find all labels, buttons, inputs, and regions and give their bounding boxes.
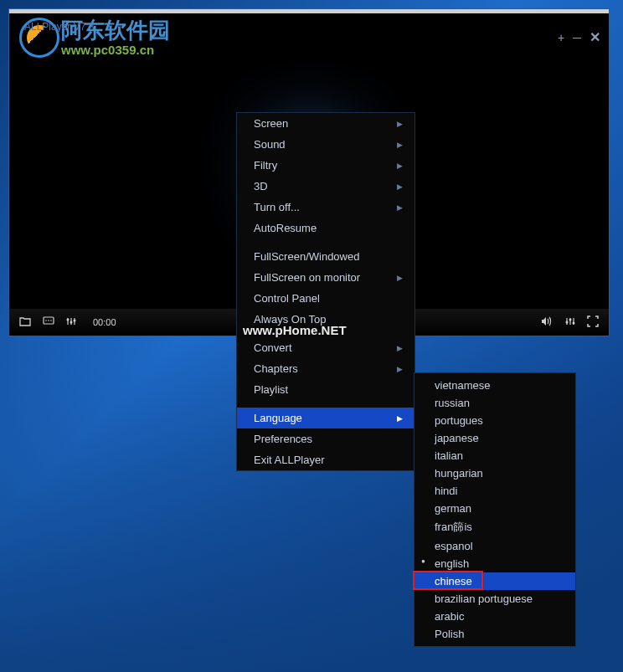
svg-point-9 [573, 321, 575, 324]
menu-item-convert[interactable]: Convert▶ [237, 337, 414, 358]
watermark-site-url: www.pc0359.cn [61, 43, 154, 57]
language-item-portugues[interactable]: portugues [414, 412, 575, 429]
chevron-right-icon: ▶ [397, 203, 403, 212]
svg-point-6 [74, 319, 76, 321]
menu-item-turn-off-[interactable]: Turn off...▶ [237, 197, 414, 218]
language-item-fran-is[interactable]: fran篩is [414, 517, 575, 537]
fullscreen-icon[interactable] [587, 315, 599, 330]
window-controls: + ─ ✕ [558, 29, 600, 45]
chevron-right-icon: ▶ [397, 414, 403, 423]
language-item-polish[interactable]: Polish [414, 625, 575, 643]
language-item-hungarian[interactable]: hungarian [414, 464, 575, 482]
svg-point-5 [70, 321, 73, 323]
menu-item-playlist[interactable]: Playlist [237, 379, 414, 400]
menu-item-filtry[interactable]: Filtry▶ [237, 155, 414, 176]
menu-item-label: FullScreen/Windowed [254, 250, 359, 263]
menu-separator [244, 403, 408, 404]
menu-item-label: Chapters [254, 362, 298, 375]
menu-item-preferences[interactable]: Preferences [237, 428, 414, 449]
menu-item-3d[interactable]: 3D▶ [237, 176, 414, 197]
menu-item-control-panel[interactable]: Control Panel [237, 288, 414, 309]
menu-item-chapters[interactable]: Chapters▶ [237, 358, 414, 379]
chevron-right-icon: ▶ [397, 344, 403, 352]
svg-point-3 [50, 320, 52, 321]
minimize-button[interactable]: ─ [573, 31, 581, 44]
menu-item-exit-allplayer[interactable]: Exit ALLPlayer [237, 449, 414, 470]
menu-item-autoresume[interactable]: AutoResume [237, 218, 414, 239]
menu-item-fullscreen-on-monitor[interactable]: FullScreen on monitor▶ [237, 267, 414, 288]
chevron-right-icon: ▶ [397, 365, 403, 373]
language-item-vietnamese[interactable]: vietnamese [414, 377, 575, 394]
subtitle-icon[interactable] [43, 316, 54, 329]
chevron-right-icon: ▶ [397, 141, 403, 149]
language-item-hindi[interactable]: hindi [414, 482, 575, 500]
menu-item-label: Playlist [254, 383, 288, 396]
menu-item-label: Screen [254, 117, 288, 130]
menu-separator [244, 242, 408, 243]
title-bar [9, 9, 609, 13]
menu-item-screen[interactable]: Screen▶ [237, 113, 414, 134]
menu-item-label: 3D [254, 180, 268, 192]
language-item-japanese[interactable]: japanese [414, 429, 575, 447]
chevron-right-icon: ▶ [397, 182, 403, 191]
menu-item-label: Sound [254, 138, 286, 151]
center-watermark: www.pHome.NET [243, 323, 347, 337]
menu-item-label: Convert [254, 341, 292, 354]
menu-item-fullscreen-windowed[interactable]: FullScreen/Windowed [237, 246, 414, 267]
menu-item-language[interactable]: Language▶ [237, 408, 414, 428]
language-item-espanol[interactable]: espanol [414, 537, 575, 555]
language-item-russian[interactable]: russian [414, 394, 575, 412]
chevron-right-icon: ▶ [397, 120, 403, 128]
menu-item-label: Filtry [254, 159, 277, 172]
menu-item-label: Turn off... [254, 201, 300, 213]
menu-item-label: FullScreen on monitor [254, 271, 360, 284]
svg-point-2 [48, 320, 49, 321]
language-item-brazilian-portuguese[interactable]: brazilian portuguese [414, 590, 575, 608]
svg-point-1 [45, 320, 47, 321]
open-file-icon[interactable] [19, 316, 31, 329]
language-item-italian[interactable]: italian [414, 447, 575, 464]
window-title: ALLPlayer V7.3 [24, 21, 94, 33]
language-submenu[interactable]: vietnameserussianportuguesjapaneseitalia… [414, 372, 576, 647]
language-item-chinese[interactable]: chinese [414, 572, 575, 590]
menu-item-label: Exit ALLPlayer [254, 454, 325, 466]
equalizer-icon[interactable] [66, 316, 76, 329]
menu-item-label: AutoResume [254, 222, 317, 234]
time-display: 00:00 [93, 317, 116, 327]
context-menu[interactable]: Screen▶Sound▶Filtry▶3D▶Turn off...▶AutoR… [236, 112, 415, 471]
svg-point-8 [569, 318, 572, 321]
menu-item-label: Control Panel [254, 292, 320, 305]
svg-point-7 [566, 321, 569, 323]
add-button[interactable]: + [558, 31, 564, 44]
volume-icon[interactable] [540, 315, 553, 330]
language-item-arabic[interactable]: arabic [414, 608, 575, 625]
menu-item-label: Preferences [254, 433, 312, 445]
language-item-german[interactable]: german [414, 500, 575, 517]
close-button[interactable]: ✕ [590, 29, 600, 45]
chevron-right-icon: ▶ [397, 162, 403, 170]
language-item-english[interactable]: english [414, 555, 575, 572]
menu-item-sound[interactable]: Sound▶ [237, 134, 414, 155]
chevron-right-icon: ▶ [397, 274, 403, 282]
settings-slider-icon[interactable] [565, 316, 575, 329]
menu-item-label: Language [254, 412, 302, 424]
svg-point-4 [67, 318, 70, 321]
